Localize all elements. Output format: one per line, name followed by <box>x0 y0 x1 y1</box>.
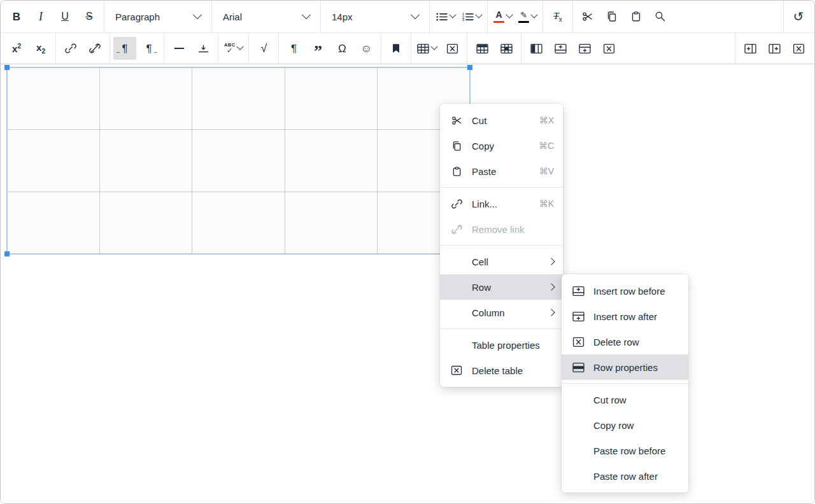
table-cell[interactable] <box>8 192 100 253</box>
submenu-item-row-properties[interactable]: Row properties <box>562 354 688 380</box>
special-character-button[interactable]: Ω <box>330 37 353 60</box>
selected-table[interactable] <box>7 67 470 254</box>
table-cell-properties-button[interactable] <box>495 37 518 60</box>
clear-formatting-button[interactable]: Tx <box>546 5 569 28</box>
delete-column-button[interactable] <box>787 37 810 60</box>
table-cell[interactable] <box>100 68 192 130</box>
numbered-list-button[interactable]: 1 2 3 <box>459 5 484 28</box>
bold-button[interactable]: B <box>5 5 28 28</box>
submenu-item-insert-row-before[interactable]: Insert row before <box>562 278 688 304</box>
menu-item-label: Insert row before <box>593 286 679 297</box>
submenu-item-delete-row[interactable]: Delete row <box>562 329 688 354</box>
insert-row-after-icon <box>570 311 586 322</box>
italic-button[interactable]: I <box>29 5 52 28</box>
table-cell[interactable] <box>192 68 285 130</box>
menu-item-shortcut: ⌘C <box>539 141 554 151</box>
strikethrough-button[interactable]: S <box>78 5 101 28</box>
ltr-button[interactable]: ¶← <box>113 37 136 60</box>
pilcrow-icon: ¶ <box>291 43 297 54</box>
font-family-select[interactable]: Arial <box>215 5 317 28</box>
menu-item-paste[interactable]: Paste ⌘V <box>440 158 563 184</box>
spellcheck-button[interactable]: ABC ✓ <box>222 37 245 60</box>
menu-item-cut[interactable]: Cut ⌘X <box>440 108 563 133</box>
text-color-button[interactable]: A <box>491 5 514 28</box>
rtl-pilcrow: ¶ <box>146 43 152 55</box>
table-cell[interactable] <box>8 68 100 130</box>
table-cell[interactable] <box>8 130 100 192</box>
paragraph-format-select[interactable]: Paragraph <box>108 5 208 28</box>
menu-item-row[interactable]: Row <box>440 274 563 300</box>
resize-handle-top-left[interactable] <box>4 65 10 70</box>
table-cell[interactable] <box>285 68 377 130</box>
square-root-icon: √ <box>261 43 267 54</box>
underline-button[interactable]: U <box>53 5 76 28</box>
horizontal-rule-icon <box>174 48 184 49</box>
resize-handle-bottom-left[interactable] <box>4 251 10 256</box>
insert-table-button[interactable] <box>415 37 439 60</box>
insert-link-button[interactable] <box>59 37 82 60</box>
menu-item-cell[interactable]: Cell <box>440 249 563 274</box>
menu-item-delete-table[interactable]: Delete table <box>440 358 563 383</box>
copy-button[interactable] <box>600 5 623 28</box>
horizontal-rule-button[interactable] <box>167 37 190 60</box>
page-break-icon <box>197 43 209 54</box>
insert-column-after-button[interactable] <box>763 37 786 60</box>
menu-item-column[interactable]: Column <box>440 300 563 325</box>
font-size-select[interactable]: 14px <box>324 5 426 28</box>
copy-icon <box>449 141 464 151</box>
chevron-down-icon <box>193 10 202 19</box>
delete-row-icon <box>603 43 615 54</box>
paragraph-marks-button[interactable]: ¶ <box>282 37 305 60</box>
table-cell[interactable] <box>192 130 285 192</box>
cut-button[interactable] <box>576 5 599 28</box>
bullet-list-button[interactable] <box>433 5 458 28</box>
menu-item-label: Insert row after <box>593 311 679 322</box>
delete-row-button[interactable] <box>597 37 620 60</box>
anchor-button[interactable] <box>385 37 408 60</box>
superscript-button[interactable]: x2 <box>5 37 28 60</box>
table-cell[interactable] <box>192 192 285 253</box>
resize-handle-top-right[interactable] <box>467 65 472 70</box>
submenu-item-insert-row-after[interactable]: Insert row after <box>562 304 688 329</box>
highlight-color-button[interactable]: ✎ <box>516 5 539 28</box>
menu-item-label: Paste row before <box>593 445 679 456</box>
delete-table-button[interactable] <box>441 37 464 60</box>
submenu-item-copy-row[interactable]: Copy row <box>562 412 688 438</box>
paste-button[interactable] <box>625 5 648 28</box>
table-cell[interactable] <box>100 192 192 253</box>
table-cell[interactable] <box>285 130 377 192</box>
insert-row-after-button[interactable] <box>573 37 596 60</box>
rtl-button[interactable]: ¶→ <box>138 37 160 60</box>
remove-link-button[interactable] <box>83 37 106 60</box>
insert-row-before-button[interactable] <box>549 37 572 60</box>
submenu-item-paste-row-after[interactable]: Paste row after <box>562 463 688 489</box>
subscript-button[interactable]: x2 <box>29 37 52 60</box>
menu-item-link[interactable]: Link... ⌘K <box>440 191 563 216</box>
menu-item-label: Copy <box>472 141 532 151</box>
table-column-properties-button[interactable] <box>525 37 548 60</box>
highlight-color-icon: ✎ <box>518 11 529 23</box>
submenu-item-cut-row[interactable]: Cut row <box>562 387 688 412</box>
table-row <box>8 192 470 253</box>
search-button[interactable] <box>649 5 672 28</box>
toolbar-separator <box>381 33 381 64</box>
undo-button[interactable]: ↺ <box>787 5 810 28</box>
blockquote-icon: ” <box>314 50 322 53</box>
insert-column-before-button[interactable] <box>739 37 762 60</box>
menu-item-copy[interactable]: Copy ⌘C <box>440 133 563 158</box>
emoji-button[interactable]: ☺ <box>355 37 378 60</box>
table-cell[interactable] <box>285 192 377 253</box>
page-break-button[interactable] <box>192 37 215 60</box>
formula-button[interactable]: √ <box>252 37 275 60</box>
table-icon <box>417 43 429 54</box>
table-row-header-button[interactable] <box>471 37 493 60</box>
table-column-properties-icon <box>530 43 542 54</box>
link-icon <box>65 43 76 54</box>
table-cell[interactable] <box>100 130 192 192</box>
blockquote-button[interactable]: ” <box>306 37 329 60</box>
menu-item-remove-link[interactable]: Remove link <box>440 216 563 242</box>
submenu-item-paste-row-before[interactable]: Paste row before <box>562 438 688 463</box>
bold-icon: B <box>13 11 20 22</box>
menu-item-table-properties[interactable]: Table properties <box>440 332 563 358</box>
editor-content-area[interactable]: Cut ⌘X Copy ⌘C Paste ⌘V <box>1 64 814 503</box>
